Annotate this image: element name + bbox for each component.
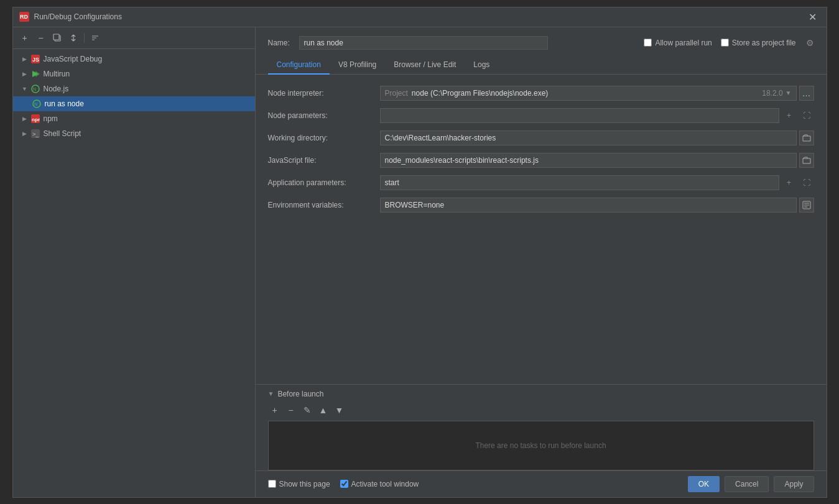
javascript-file-control — [380, 153, 814, 168]
before-launch-move-up-button[interactable]: ▲ — [317, 403, 330, 417]
sidebar-item-label-js-debug: JavaScript Debug — [44, 55, 103, 63]
app-icon: RD — [19, 12, 29, 22]
move-config-button[interactable] — [67, 31, 80, 45]
node-params-add-button[interactable]: + — [782, 108, 797, 123]
node-parameters-input[interactable] — [380, 108, 779, 123]
javascript-file-input[interactable] — [380, 153, 797, 168]
sidebar-item-npm[interactable]: ▶ npm npm — [13, 111, 255, 126]
tree-arrow-js-debug[interactable]: ▶ — [21, 55, 29, 63]
interpreter-value: node (C:\Program Files\nodejs\node.exe) — [412, 89, 548, 98]
tree-arrow-npm[interactable]: ▶ — [21, 114, 29, 123]
node-interpreter-select[interactable]: Project node (C:\Program Files\nodejs\no… — [380, 86, 797, 101]
sidebar: + − — [13, 27, 256, 497]
bottom-buttons: OK Cancel Apply — [688, 476, 814, 492]
name-input[interactable] — [299, 36, 548, 50]
sidebar-item-label-nodejs: Node.js — [44, 85, 69, 93]
node-parameters-control: + ⛶ — [380, 108, 814, 123]
close-button[interactable]: ✕ — [805, 10, 820, 24]
application-parameters-input[interactable] — [380, 175, 779, 190]
name-row: Name: Allow parallel run Store as projec… — [256, 27, 827, 56]
sidebar-item-js-debug[interactable]: ▶ JS JavaScript Debug — [13, 52, 255, 66]
apply-button[interactable]: Apply — [774, 476, 814, 492]
working-directory-input[interactable] — [380, 131, 797, 145]
interpreter-browse-button[interactable]: … — [799, 86, 814, 101]
show-this-page-label: Show this page — [279, 480, 330, 488]
tab-browser-live-edit[interactable]: Browser / Live Edit — [385, 56, 465, 75]
ok-button[interactable]: OK — [688, 476, 720, 492]
nodejs-icon: N — [30, 84, 40, 94]
sidebar-item-shell-script[interactable]: ▶ >_ Shell Script — [13, 126, 255, 141]
before-launch-header[interactable]: ▼ Before launch — [268, 390, 814, 398]
sidebar-item-multirun[interactable]: ▶ Multirun — [13, 66, 255, 81]
name-label: Name: — [268, 39, 293, 47]
tree-arrow-nodejs[interactable]: ▼ — [21, 85, 29, 93]
sidebar-toolbar: + − — [13, 27, 255, 49]
svg-text:npm: npm — [32, 117, 40, 122]
activate-tool-window-checkbox[interactable]: Activate tool window — [340, 480, 419, 488]
npm-icon: npm — [30, 114, 40, 124]
allow-parallel-run-checkbox[interactable]: Allow parallel run — [644, 39, 712, 47]
tree-arrow-shell[interactable]: ▶ — [21, 129, 29, 138]
environment-variables-edit-button[interactable] — [799, 198, 814, 213]
sidebar-item-run-as-node[interactable]: N run as node — [13, 96, 255, 111]
show-this-page-checkbox[interactable]: Show this page — [268, 480, 330, 488]
store-as-project-file-checkbox[interactable]: Store as project file — [721, 39, 796, 47]
tabs-bar: Configuration V8 Profiling Browser / Liv… — [256, 56, 827, 75]
working-directory-row: Working directory: — [268, 129, 814, 147]
app-params-add-button[interactable]: + — [782, 175, 797, 190]
allow-parallel-run-input[interactable] — [644, 39, 652, 47]
remove-config-button[interactable]: − — [34, 31, 48, 45]
before-launch-empty-message: There are no tasks to run before launch — [475, 441, 606, 450]
before-launch-edit-button[interactable]: ✎ — [300, 403, 314, 417]
js-debug-icon: JS — [30, 54, 40, 64]
settings-gear-icon[interactable]: ⚙ — [806, 38, 814, 48]
environment-variables-input[interactable] — [380, 198, 797, 213]
activate-tool-window-input[interactable] — [340, 480, 348, 488]
sidebar-item-label-npm: npm — [44, 114, 58, 123]
sidebar-item-nodejs[interactable]: ▼ N Node.js — [13, 81, 255, 96]
app-params-expand-button[interactable]: ⛶ — [799, 175, 814, 190]
before-launch-remove-button[interactable]: − — [284, 403, 298, 417]
sort-config-button[interactable] — [88, 31, 102, 45]
activate-tool-window-label: Activate tool window — [351, 480, 419, 488]
before-launch-collapse-arrow: ▼ — [268, 390, 274, 397]
node-parameters-row: Node parameters: + ⛶ — [268, 107, 814, 124]
before-launch-toolbar: + − ✎ ▲ ▼ — [268, 403, 814, 417]
node-interpreter-control: Project node (C:\Program Files\nodejs\no… — [380, 86, 814, 101]
sidebar-tree: ▶ JS JavaScript Debug ▶ — [13, 49, 255, 497]
interpreter-version: 18.2.0 — [762, 89, 782, 98]
environment-variables-label: Environment variables: — [268, 201, 380, 209]
working-directory-label: Working directory: — [268, 134, 380, 142]
show-this-page-input[interactable] — [268, 480, 276, 488]
svg-text:N: N — [34, 102, 37, 106]
sidebar-item-label-shell: Shell Script — [44, 129, 81, 138]
tab-logs[interactable]: Logs — [465, 56, 498, 75]
svg-text:N: N — [33, 87, 36, 91]
toolbar-divider — [84, 33, 85, 43]
store-as-project-file-input[interactable] — [721, 39, 729, 47]
multirun-icon — [30, 69, 40, 79]
working-directory-browse-button[interactable] — [799, 131, 814, 145]
tab-v8-profiling[interactable]: V8 Profiling — [330, 56, 385, 75]
main-content: + − — [13, 27, 827, 497]
node-params-expand-button[interactable]: ⛶ — [799, 108, 814, 123]
before-launch-section: ▼ Before launch + − ✎ ▲ ▼ There are no t… — [256, 384, 827, 470]
application-parameters-label: Application parameters: — [268, 178, 380, 187]
sidebar-item-label-multirun: Multirun — [44, 70, 70, 78]
javascript-file-browse-button[interactable] — [799, 153, 814, 168]
node-interpreter-label: Node interpreter: — [268, 89, 380, 98]
bottom-bar: Show this page Activate tool window OK C… — [256, 470, 827, 497]
copy-config-button[interactable] — [50, 31, 64, 45]
before-launch-add-button[interactable]: + — [268, 403, 282, 417]
add-config-button[interactable]: + — [18, 31, 32, 45]
run-debug-configurations-dialog: RD Run/Debug Configurations ✕ + − — [12, 7, 827, 498]
svg-text:>_: >_ — [32, 131, 39, 137]
tab-configuration[interactable]: Configuration — [268, 56, 330, 75]
run-as-node-icon: N — [32, 99, 42, 109]
application-parameters-row: Application parameters: + ⛶ — [268, 174, 814, 191]
before-launch-move-down-button[interactable]: ▼ — [333, 403, 346, 417]
tree-arrow-multirun[interactable]: ▶ — [21, 70, 29, 78]
application-parameters-control: + ⛶ — [380, 175, 814, 190]
dialog-title: Run/Debug Configurations — [34, 12, 805, 21]
cancel-button[interactable]: Cancel — [725, 476, 769, 492]
